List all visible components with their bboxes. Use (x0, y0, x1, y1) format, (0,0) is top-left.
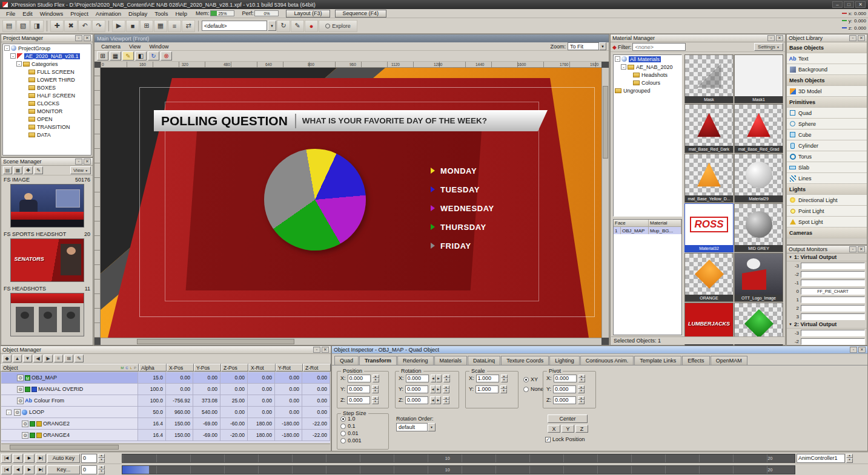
explore-button[interactable]: Explore (319, 20, 357, 32)
spinner[interactable]: ▲▼ (98, 454, 105, 463)
tab-template-links[interactable]: Template Links (634, 356, 681, 365)
expander-icon[interactable]: - (4, 45, 10, 51)
rotation-z-field[interactable]: 0.000 (405, 396, 428, 404)
library-item-slab[interactable]: Slab (787, 162, 867, 173)
tree-item-categories[interactable]: -Categories (3, 60, 91, 68)
grid-toggle-icon[interactable]: ⊞ (97, 51, 108, 61)
om-list-icon[interactable]: ≡ (54, 355, 63, 362)
undo-icon[interactable]: ↶ (78, 20, 91, 32)
library-item-spot-light[interactable]: Spot Light (787, 217, 867, 228)
pin-icon[interactable]: ▫ (75, 159, 82, 165)
menu-edit[interactable]: Edit (19, 10, 36, 17)
menu-tools[interactable]: Tools (151, 10, 171, 17)
spinner[interactable]: ▲▼ (98, 465, 105, 474)
tab-quad[interactable]: Quad (334, 356, 359, 365)
viewport-canvas[interactable]: POLLING QUESTION WHAT IS YOUR FAVORITE D… (101, 68, 601, 338)
scene-item-label[interactable]: FS SPORTS HEADSHOT20 (1, 230, 93, 238)
object-row-obj-map[interactable]: ⊙MOBJ_MAP 15.0 0.00 0.00 0.00 0.00 0.00 … (1, 372, 330, 384)
step-001[interactable]: 0.01 (340, 430, 386, 436)
material-32-selected[interactable]: ROSSMaterial32 (684, 203, 734, 252)
visibility-eye-icon[interactable]: ⊙ (17, 375, 24, 381)
om-diamond-icon[interactable]: ◆ (2, 355, 12, 362)
cells-icon[interactable]: ▦ (154, 20, 167, 32)
step-0001[interactable]: 0.001 (340, 437, 386, 444)
tab-datalinq[interactable]: DataLinq (468, 356, 500, 365)
tree-item-boxes[interactable]: BOXES (3, 84, 91, 91)
column-object[interactable]: ObjectMCLP (1, 364, 139, 372)
delete-icon[interactable]: ✖ (64, 20, 78, 32)
rotation-y-field[interactable]: 0.000 (405, 385, 428, 393)
column-zpos[interactable]: Z-Pos (221, 364, 248, 372)
tree-item-ae-nab-2020[interactable]: -AE_NAB_2020 (614, 63, 681, 71)
refresh-view-icon[interactable]: ↻ (148, 51, 159, 61)
view-dropdown[interactable]: View▼ (70, 166, 91, 174)
save-icon[interactable]: ◨ (30, 20, 44, 32)
key-button[interactable]: Key... (47, 465, 80, 474)
output-slot[interactable]: -2 (787, 337, 867, 346)
redo-icon[interactable]: ↷ (92, 20, 105, 32)
pivot-center-button[interactable]: Center (548, 414, 588, 423)
pin-icon[interactable]: ▫ (850, 347, 857, 353)
dropdown-arrow-icon[interactable]: ▼ (428, 423, 436, 431)
scene-new-icon[interactable]: ▤ (3, 166, 12, 174)
library-item-background[interactable]: Background (787, 64, 867, 75)
scale-none-option[interactable]: None (523, 385, 544, 393)
spinner[interactable]: ▲▼ (443, 375, 450, 382)
column-alpha[interactable]: Alpha (139, 364, 167, 372)
material-red-grad[interactable]: mat_Base_Red_Grad (734, 104, 783, 153)
safe-area-icon[interactable]: ⊗ (161, 51, 172, 61)
timeline-ruler-2[interactable]: 1020 (122, 465, 795, 474)
visibility-eye-icon[interactable]: ⊙ (22, 432, 28, 439)
spinner[interactable]: ▲▼ (578, 385, 585, 393)
pivot-x-field[interactable]: 0.000 (554, 375, 577, 382)
lock-position-checkbox[interactable]: ✓ Lock Position (545, 436, 585, 442)
tree-item-colours[interactable]: Colours (614, 79, 681, 87)
tree-item-headshots[interactable]: Headshots (614, 71, 681, 79)
radio-icon[interactable] (340, 431, 346, 436)
preset-dropdown-arrow-icon[interactable]: ▼ (268, 21, 276, 31)
radio-icon[interactable] (523, 387, 529, 392)
timeline-ruler-1[interactable]: 1020 (122, 454, 795, 463)
pivot-y-field[interactable]: 0.000 (553, 385, 576, 393)
grid-icon[interactable]: ⊞ (140, 20, 153, 32)
tab-continuous-anim[interactable]: Continuous Anim. (580, 356, 634, 365)
filter-input[interactable]: <none> (632, 43, 686, 51)
visibility-eye-icon[interactable]: ⊙ (14, 409, 21, 416)
face-table-row[interactable]: 1 OBJ_MAP Mup_BG... (614, 227, 681, 234)
output-slot[interactable]: 2 (787, 304, 867, 312)
scene-thumbnail-fs-sports-headshot[interactable]: SENATORS (10, 238, 84, 282)
spinner[interactable]: ▲▼ (500, 385, 507, 393)
scene-item-label[interactable]: FS HEADSHOTS11 (1, 284, 93, 292)
add-icon[interactable]: ✚ (50, 20, 64, 32)
spinner[interactable]: ▲▼ (372, 396, 379, 404)
output-slot[interactable]: -2 (787, 270, 867, 278)
tree-item-full-screen[interactable]: FULL SCREEN (3, 68, 91, 76)
material-29[interactable]: Material29 (734, 154, 783, 203)
pivot-y-button[interactable]: Y (562, 425, 574, 433)
spinner[interactable]: ▲▼ (443, 385, 449, 393)
pivot-z-button[interactable]: Z (575, 425, 588, 433)
material-mid-grey[interactable]: MID GREY (734, 203, 783, 252)
radio-icon[interactable] (523, 377, 529, 382)
tab-effects[interactable]: Effects (682, 356, 709, 365)
collapse-icon[interactable]: ▼ (789, 255, 792, 259)
material-yellow[interactable]: mat_Base_Yellow_D... (684, 154, 734, 203)
expander-icon[interactable]: - (621, 64, 626, 70)
object-row-manual-overid[interactable]: ⊙MANUAL OVERID 100.0 0.00 0.00 0.00 0.00… (1, 384, 330, 395)
scale-y-field[interactable]: 1.000 (475, 385, 499, 393)
om-down-icon[interactable]: ▼ (23, 355, 32, 362)
rotation-x-field[interactable]: 0.000 (406, 375, 429, 382)
spinner[interactable]: ▲▼ (372, 385, 379, 393)
tab-materials[interactable]: Materials (434, 356, 468, 365)
library-item-torus[interactable]: Torus (787, 151, 867, 162)
go-end-icon[interactable]: ▶| (36, 465, 46, 474)
nudge-buttons[interactable]: ◀▶ (430, 385, 441, 393)
object-row-loop[interactable]: -⊙LOOP 50.0 960.00 540.00 0.00 0.00 0.00… (1, 407, 330, 418)
collapse-icon[interactable]: ▼ (789, 323, 792, 326)
library-item-text[interactable]: AbText (787, 53, 867, 64)
timeline-selection[interactable] (122, 466, 149, 474)
scroll-thumb[interactable] (137, 339, 294, 344)
close-icon[interactable]: ✕ (322, 347, 329, 353)
expander-icon[interactable]: - (16, 61, 22, 67)
swap-icon[interactable]: ⇄ (182, 20, 195, 32)
